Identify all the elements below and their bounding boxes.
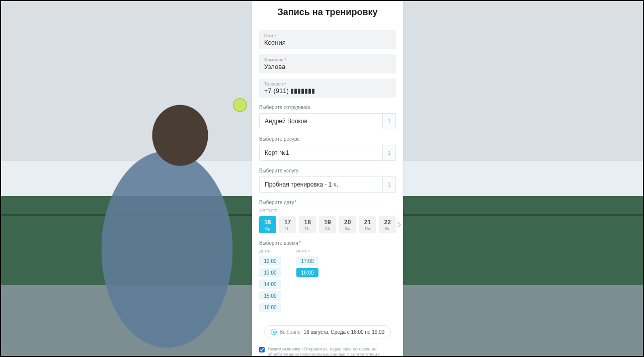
date-cell[interactable]: 17Чт <box>279 216 296 233</box>
resource-count: 1 <box>382 145 395 160</box>
date-number: 18 <box>304 219 311 225</box>
lastname-label: Фамилия <box>264 57 283 62</box>
summary-prefix: Выбрано <box>280 329 301 335</box>
clock-icon <box>271 329 277 335</box>
date-cell[interactable]: 20Вс <box>339 216 356 233</box>
service-value: Пробная тренировка - 1 ч. <box>260 177 382 192</box>
date-month: АВГУСТ <box>259 208 396 213</box>
date-weekday: Чт <box>285 226 290 231</box>
lastname-field[interactable]: Фамилия * <box>259 54 396 73</box>
time-slot[interactable]: 18:00 <box>296 268 318 277</box>
service-count: 1 <box>382 177 395 192</box>
date-number: 20 <box>344 219 351 225</box>
consent-text: Нажимая кнопку «Отправить», я даю свое с… <box>268 346 396 357</box>
date-next-icon[interactable] <box>396 216 402 233</box>
time-slot[interactable]: 16:00 <box>259 303 281 312</box>
form-title: Запись на тренировку <box>252 1 403 25</box>
date-weekday: Пт <box>305 226 310 231</box>
time-slot[interactable]: 17:00 <box>296 256 318 265</box>
employee-select[interactable]: Андрей Волков 1 <box>259 113 396 129</box>
service-label: Выберите услугу <box>259 168 396 173</box>
time-picker: ДЕНЬ12:0013:0014:0015:0016:00ВЕЧЕР17:001… <box>259 249 396 314</box>
time-column: ДЕНЬ12:0013:0014:0015:0016:00 <box>259 249 281 314</box>
firstname-input[interactable] <box>264 38 391 46</box>
selection-summary: Выбрано 16 августа, Среда с 18:00 по 19:… <box>264 325 391 338</box>
time-slot[interactable]: 13:00 <box>259 268 281 277</box>
date-number: 16 <box>264 219 271 225</box>
resource-select[interactable]: Корт №1 1 <box>259 145 396 161</box>
date-weekday: Вс <box>345 226 350 231</box>
consent-row: Нажимая кнопку «Отправить», я даю свое с… <box>259 346 396 357</box>
date-weekday: Ср <box>265 226 270 231</box>
date-number: 22 <box>384 219 390 225</box>
date-number: 19 <box>324 219 331 225</box>
date-cell[interactable]: 19Сб <box>319 216 336 233</box>
date-cell[interactable]: 21Пн <box>359 216 376 233</box>
date-number: 21 <box>364 219 371 225</box>
date-number: 17 <box>284 219 291 225</box>
time-column-header: ВЕЧЕР <box>296 249 318 253</box>
resource-value: Корт №1 <box>260 145 382 160</box>
background-decoration <box>102 86 232 357</box>
resource-label: Выберите ресурс <box>259 136 396 142</box>
phone-field[interactable]: Телефон * <box>259 78 396 98</box>
date-picker: 16Ср17Чт18Пт19Сб20Вс21Пн22Вт <box>259 216 396 233</box>
employee-count: 1 <box>382 114 395 129</box>
firstname-label: Имя <box>264 33 273 38</box>
lastname-input[interactable] <box>264 62 391 70</box>
date-weekday: Сб <box>325 226 330 231</box>
time-column-header: ДЕНЬ <box>259 249 281 253</box>
time-label: Выберите время <box>259 240 396 246</box>
summary-text: 16 августа, Среда с 18:00 по 19:00 <box>304 329 385 335</box>
time-slot[interactable]: 14:00 <box>259 280 281 289</box>
time-slot[interactable]: 12:00 <box>259 256 281 265</box>
date-cell[interactable]: 16Ср <box>259 216 276 233</box>
firstname-field[interactable]: Имя * <box>259 30 396 49</box>
date-cell[interactable]: 18Пт <box>299 216 316 233</box>
employee-value: Андрей Волков <box>260 114 382 129</box>
booking-form: Запись на тренировку Имя * Фамилия * Тел… <box>252 1 403 357</box>
date-weekday: Вт <box>385 226 390 231</box>
employee-label: Выберите сотрудника <box>259 105 396 110</box>
consent-checkbox[interactable] <box>259 347 265 352</box>
date-label: Выберите дату <box>259 200 396 205</box>
date-cell[interactable]: 22Вт <box>379 216 396 233</box>
phone-label: Телефон <box>264 81 283 86</box>
time-slot[interactable]: 15:00 <box>259 291 281 300</box>
date-weekday: Пн <box>365 226 370 231</box>
time-column: ВЕЧЕР17:0018:00 <box>296 249 318 314</box>
service-select[interactable]: Пробная тренировка - 1 ч. 1 <box>259 176 396 193</box>
phone-input[interactable] <box>264 86 391 95</box>
